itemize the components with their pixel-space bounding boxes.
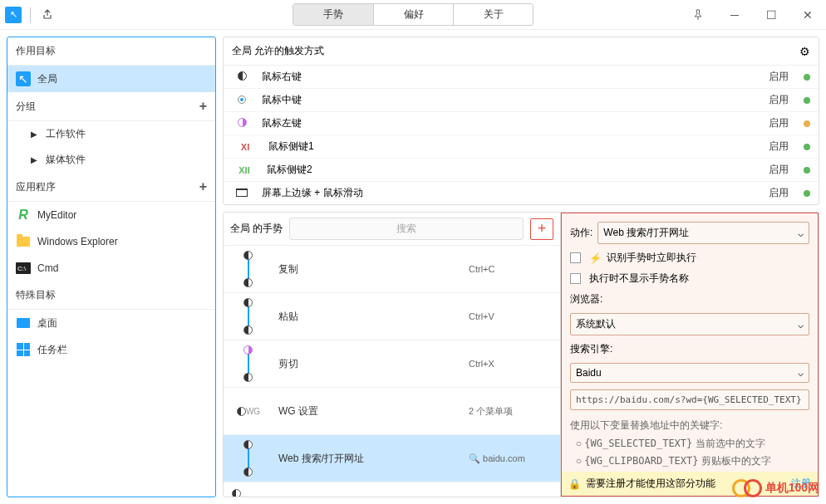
sidebar-app-item[interactable]: RMyEditor [7, 202, 215, 228]
checkbox-hidename[interactable]: 执行时不显示手势名称 [570, 272, 809, 286]
gesture-list-title: 全局 的手势 [230, 222, 283, 236]
sidebar: 作用目标 ↖ 全局 分组 + ▶工作软件 ▶媒体软件 应用程序 + RMyEdi… [7, 37, 216, 497]
sidebar-special-item[interactable]: 任务栏 [7, 336, 215, 363]
gesture-row[interactable]: 粘贴Ctrl+V [224, 293, 560, 340]
share-icon[interactable] [39, 7, 56, 23]
browser-label: 浏览器: [570, 293, 602, 305]
sidebar-header-target: 作用目标 [7, 37, 215, 66]
trigger-row[interactable]: 鼠标右键启用 [224, 66, 819, 89]
taskbar-icon [16, 342, 31, 357]
tab-pref[interactable]: 偏好 [373, 4, 453, 25]
chevron-down-icon: ⌵ [798, 228, 804, 239]
pin-icon[interactable] [680, 0, 716, 30]
sidebar-app-item[interactable]: C:\Cmd [7, 255, 215, 281]
tab-about[interactable]: 关于 [453, 4, 533, 25]
checkbox-instant[interactable]: ⚡识别手势时立即执行 [570, 251, 809, 265]
action-label: 动作: [570, 226, 592, 240]
close-button[interactable]: ✕ [789, 0, 826, 30]
search-input[interactable]: 搜索 [289, 218, 524, 240]
lock-icon: 🔒 [568, 478, 581, 490]
gesture-row[interactable]: 剪切Ctrl+X [224, 340, 560, 388]
trigger-row[interactable]: XI鼠标侧键1启用 [224, 135, 819, 159]
gesture-row[interactable]: WG WG 设置2 个菜单项 [224, 388, 560, 435]
action-select[interactable]: Web 搜索/打开网址⌵ [597, 222, 809, 244]
engine-select[interactable]: Baidu⌵ [570, 363, 809, 383]
url-input[interactable]: https://baidu.com/s?wd={WG_SELECTED_TEXT… [570, 389, 809, 410]
register-link[interactable]: 注册 [791, 477, 811, 491]
cursor-icon: ↖ [16, 71, 31, 86]
maximize-button[interactable]: ☐ [753, 0, 789, 30]
cmd-icon: C:\ [16, 261, 31, 276]
trigger-row[interactable]: 屏幕上边缘 + 鼠标滑动启用 [224, 182, 819, 204]
sidebar-group-item[interactable]: ▶媒体软件 [7, 147, 215, 173]
register-bar: 🔒 需要注册才能使用这部分功能 注册 [562, 472, 818, 496]
gesture-row[interactable]: Web 搜索/打开网址🔍 baidu.com [224, 435, 560, 482]
arrow-icon: ▶ [31, 130, 39, 139]
trigger-panel: 全局 允许的触发方式 ⚙ 鼠标右键启用 鼠标中键启用 鼠标左键启用 XI鼠标侧键… [223, 37, 819, 205]
detail-panel: 动作: Web 搜索/打开网址⌵ ⚡识别手势时立即执行 执行时不显示手势名称 浏… [561, 213, 819, 497]
gesture-row[interactable]: Enter↵ [224, 482, 560, 497]
trigger-row[interactable]: 鼠标左键启用 [224, 112, 819, 135]
sidebar-global[interactable]: ↖ 全局 [7, 66, 215, 92]
sidebar-header-apps: 应用程序 + [7, 173, 215, 202]
app-icon-myeditor: R [16, 208, 31, 223]
arrow-icon: ▶ [31, 155, 39, 164]
main-tabs: 手势 偏好 关于 [293, 3, 533, 26]
trigger-row[interactable]: 鼠标中键启用 [224, 89, 819, 112]
browser-select[interactable]: 系统默认⌵ [570, 313, 809, 335]
sidebar-special-item[interactable]: 桌面 [7, 310, 215, 336]
title-bar: ↖ 手势 偏好 关于 ─ ☐ ✕ [0, 0, 826, 30]
add-gesture-button[interactable]: + [530, 218, 553, 240]
trigger-row[interactable]: XII鼠标侧键2启用 [224, 159, 819, 182]
lightning-icon: ⚡ [589, 252, 602, 264]
gesture-panel: 全局 的手势 搜索 + 复制Ctrl+C 粘贴Ctrl+V 剪切 [223, 212, 819, 497]
chevron-down-icon: ⌵ [798, 319, 804, 330]
add-app-button[interactable]: + [199, 179, 207, 194]
add-group-button[interactable]: + [199, 99, 207, 114]
minimize-button[interactable]: ─ [716, 0, 753, 30]
gear-icon[interactable]: ⚙ [799, 45, 810, 58]
engine-label: 搜索引擎: [570, 343, 612, 355]
sidebar-header-special: 特殊目标 [7, 281, 215, 310]
sidebar-header-group: 分组 + [7, 92, 215, 121]
tab-gesture[interactable]: 手势 [293, 4, 373, 25]
gesture-row[interactable]: 复制Ctrl+C [224, 246, 560, 293]
sidebar-group-item[interactable]: ▶工作软件 [7, 121, 215, 147]
folder-icon [16, 234, 31, 249]
app-icon: ↖ [5, 7, 22, 23]
chevron-down-icon: ⌵ [798, 367, 804, 379]
sidebar-app-item[interactable]: Windows Explorer [7, 228, 215, 255]
desktop-icon [16, 316, 31, 330]
trigger-title: 全局 允许的触发方式 [232, 44, 324, 58]
sidebar-global-label: 全局 [37, 72, 57, 86]
